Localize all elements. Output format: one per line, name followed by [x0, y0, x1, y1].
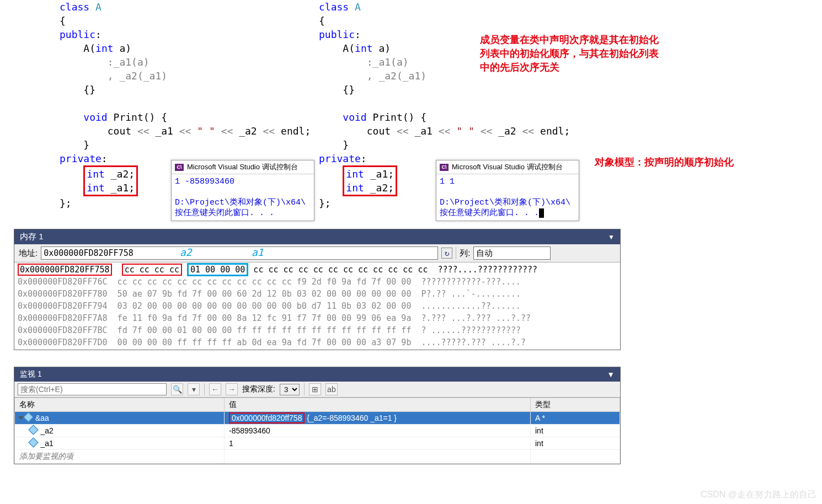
watch-row[interactable]: _a11int: [15, 437, 620, 450]
memory-address-input[interactable]: [41, 246, 438, 260]
col-type[interactable]: 类型: [531, 398, 620, 412]
memory-rows[interactable]: 0x000000FD820FF758 cc cc cc cc 01 00 00 …: [14, 262, 620, 350]
tool-icon-2[interactable]: ab: [325, 383, 338, 395]
memory-title: 内存 1: [20, 232, 44, 242]
console-left: C\Microsoft Visual Studio 调试控制台 1 -85899…: [171, 160, 314, 221]
init-2: , _a2(_a1): [108, 70, 167, 82]
nav-forward-icon[interactable]: →: [226, 383, 238, 395]
col-label: 列:: [460, 248, 470, 259]
memory-row: 0x000000FD820FF780 50 ae 07 9b fd 7f 00 …: [18, 288, 617, 300]
a1-overlay-label: a1: [252, 246, 264, 258]
memory-row: 0x000000FD820FF76C cc cc cc cc cc cc cc …: [18, 276, 617, 288]
memory-row: 0x000000FD820FF7D0 00 00 00 00 ff ff ff …: [18, 336, 617, 348]
init-1: :_a1(a): [108, 56, 150, 68]
memory-row: 0x000000FD820FF7BC fd 7f 00 00 01 00 00 …: [18, 324, 617, 336]
annotation-2: 对象模型：按声明的顺序初始化: [595, 156, 734, 169]
top-area: class A { public: A(int a) :_a1(a) , _a2…: [0, 0, 822, 218]
annotation-1: 成员变量在类中声明次序就是其在初始化列表中的初始化顺序，与其在初始化列表中的先后…: [480, 33, 662, 74]
collapse-icon[interactable]: ▼: [608, 233, 615, 241]
watch-depth-select[interactable]: 3: [280, 384, 300, 395]
kw-void: void: [83, 111, 107, 123]
watch-row[interactable]: &aa0x000000fd820ff758 {_a2=-858993460 _a…: [15, 412, 620, 425]
watch-header[interactable]: 监视 1 ▼: [14, 367, 620, 382]
watch-panel: 监视 1 ▼ 🔍 ▾ ← → 搜索深度: 3 ⊞ ab 名称 值 类型 &aa0…: [14, 367, 621, 464]
memory-row: 0x000000FD820FF7A8 fe 11 f0 9a fd 7f 00 …: [18, 312, 617, 324]
console-right: C\Microsoft Visual Studio 调试控制台 1 1 D:\P…: [436, 160, 579, 221]
search-icon[interactable]: 🔍: [171, 383, 183, 395]
depth-label: 搜索深度:: [242, 384, 275, 394]
class-name: A: [95, 1, 102, 13]
vs-icon: C\: [175, 164, 184, 171]
memory-panel: 内存 1 ▼ 地址: a2 a1 ↻ 列: 0x000000FD820FF758…: [14, 229, 621, 350]
vs-icon: C\: [440, 164, 449, 171]
private-decl-box-r: int _a1; int _a2;: [343, 165, 397, 196]
tool-icon-1[interactable]: ⊞: [309, 383, 321, 395]
nav-back-icon[interactable]: ←: [209, 383, 221, 395]
console-title-left: C\Microsoft Visual Studio 调试控制台: [172, 160, 314, 174]
dropdown-icon[interactable]: ▾: [188, 383, 200, 395]
kw-private: private: [60, 153, 102, 164]
watch-row[interactable]: _a2-858993460int: [15, 425, 620, 437]
console-body-left: 1 -858993460 D:\Project\类和对象(下)\x64\ 按任意…: [172, 174, 314, 221]
cout: cout: [108, 125, 137, 137]
memory-row: 0x000000FD820FF758 cc cc cc cc 01 00 00 …: [18, 264, 617, 276]
refresh-icon[interactable]: ↻: [441, 248, 452, 259]
a2-overlay-label: a2: [180, 246, 192, 258]
col-value[interactable]: 值: [225, 398, 531, 412]
memory-row: 0x000000FD820FF794 03 02 00 00 00 00 00 …: [18, 300, 617, 312]
console-body-right: 1 1 D:\Project\类和对象(下)\x64\ 按任意键关闭此窗口. .…: [436, 174, 579, 221]
watch-table: 名称 值 类型 &aa0x000000fd820ff758 {_a2=-8589…: [14, 398, 620, 464]
watermark: CSDN @走在努力路上的自己: [701, 489, 816, 501]
watch-search-input[interactable]: [18, 383, 167, 395]
memory-address-bar: 地址: a2 a1 ↻ 列:: [14, 244, 620, 262]
kw-class: class: [60, 1, 89, 13]
console-title-right: C\Microsoft Visual Studio 调试控制台: [436, 160, 579, 174]
col-name[interactable]: 名称: [15, 398, 225, 412]
private-decl-box: int _a2; int _a1;: [83, 165, 138, 196]
fn-name: Print: [114, 111, 143, 123]
watch-title: 监视 1: [20, 369, 42, 379]
memory-columns-input[interactable]: [473, 246, 551, 260]
watch-add-row[interactable]: 添加要监视的项: [15, 450, 620, 464]
collapse-icon[interactable]: ▼: [607, 370, 615, 379]
ctor-name: A: [83, 42, 89, 54]
kw-public: public: [60, 29, 95, 40]
addr-label: 地址:: [19, 248, 38, 259]
watch-toolbar: 🔍 ▾ ← → 搜索深度: 3 ⊞ ab: [14, 382, 620, 398]
memory-header[interactable]: 内存 1 ▼: [14, 229, 620, 244]
